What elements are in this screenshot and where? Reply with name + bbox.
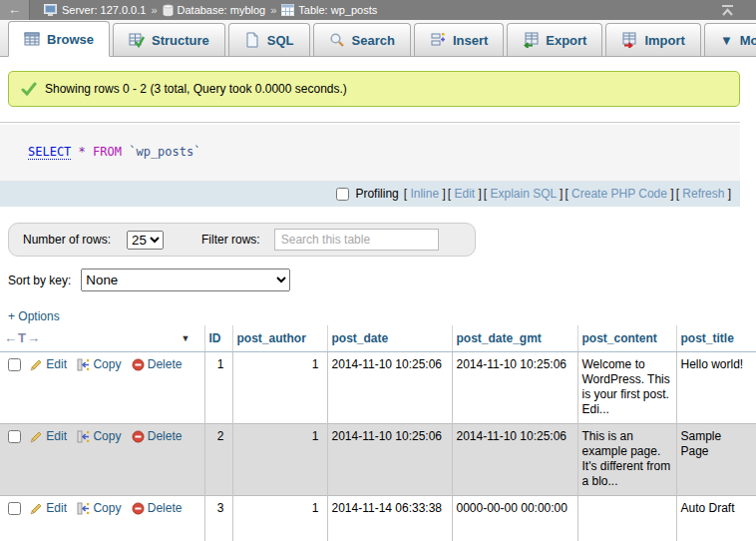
- edit-link[interactable]: Edit: [46, 357, 67, 372]
- filter-rows-input[interactable]: [274, 229, 439, 251]
- divider: [0, 122, 740, 123]
- delete-link[interactable]: Delete: [148, 429, 183, 444]
- edit-action[interactable]: Edit: [30, 357, 67, 372]
- tab-search[interactable]: Search: [313, 23, 411, 56]
- breadcrumb-separator: »: [270, 4, 276, 16]
- breadcrumb-table[interactable]: Table: wp_posts: [281, 4, 377, 16]
- copy-link[interactable]: Copy: [93, 429, 121, 444]
- delete-icon: [132, 358, 145, 371]
- structure-icon: [129, 32, 145, 48]
- tab-structure[interactable]: Structure: [113, 23, 225, 56]
- column-header-post-author[interactable]: post_author: [232, 325, 327, 351]
- pencil-icon: [30, 502, 43, 515]
- profiling-label[interactable]: Profiling: [355, 187, 398, 201]
- cell-post-author: 1: [232, 423, 327, 495]
- tab-import[interactable]: Import: [605, 23, 700, 56]
- row-controls: Number of rows: 25 Filter rows:: [8, 223, 476, 257]
- cell-id: 3: [204, 495, 232, 541]
- cell-post-date-gmt: 2014-11-10 10:25:06: [452, 351, 577, 423]
- tab-sql[interactable]: SQL: [228, 23, 310, 56]
- back-button[interactable]: ←: [0, 0, 30, 20]
- database-icon: [163, 4, 174, 17]
- cell-id: 2: [204, 423, 232, 495]
- tab-browse[interactable]: Browse: [8, 21, 110, 57]
- cell-post-date: 2014-11-10 10:25:06: [327, 423, 452, 495]
- breadcrumb-server[interactable]: Server: 127.0.0.1: [44, 4, 146, 16]
- table-row: Edit Copy Delete 3 1 2014-11-14 06:33:38…: [0, 495, 756, 541]
- row-actions-cell: Edit Copy Delete: [0, 423, 204, 495]
- row-actions-cell: Edit Copy Delete: [0, 351, 204, 423]
- collapse-top-icon[interactable]: [721, 5, 734, 16]
- profiling-link[interactable]: Explain SQL: [484, 187, 564, 201]
- table-icon: [281, 4, 294, 16]
- breadcrumb-bar: ← Server: 127.0.0.1 » Database: myblog »…: [0, 0, 756, 20]
- sort-by-key-select[interactable]: None: [81, 269, 290, 291]
- column-header-post-title[interactable]: post_title: [676, 325, 756, 351]
- profiling-link[interactable]: Refresh: [676, 187, 731, 201]
- number-of-rows-label: Number of rows:: [23, 233, 111, 247]
- profiling-link[interactable]: Edit: [448, 187, 482, 201]
- sql-keyword-select[interactable]: SELECT: [28, 145, 71, 160]
- copy-icon: [77, 430, 90, 443]
- options-toggle-link[interactable]: + Options: [8, 309, 60, 323]
- profiling-link[interactable]: Create PHP Code: [565, 187, 673, 201]
- pencil-icon: [30, 430, 43, 443]
- success-message-text: Showing rows 0 - 2 (3 total, Query took …: [45, 82, 347, 96]
- column-header-post-content[interactable]: post_content: [577, 325, 676, 351]
- profiling-checkbox[interactable]: [336, 188, 349, 201]
- delete-link[interactable]: Delete: [148, 357, 183, 372]
- cell-post-date: 2014-11-10 10:25:06: [327, 351, 452, 423]
- tab-export[interactable]: Export: [507, 23, 602, 56]
- browse-icon: [24, 31, 40, 47]
- copy-action[interactable]: Copy: [77, 429, 121, 444]
- delete-icon: [132, 430, 145, 443]
- table-row: Edit Copy Delete 1 1 2014-11-10 10:25:06…: [0, 351, 756, 423]
- column-header-post-date-gmt[interactable]: post_date_gmt: [452, 325, 577, 351]
- edit-action[interactable]: Edit: [30, 429, 67, 444]
- insert-icon: [430, 32, 446, 48]
- sort-controls: Sort by key: None: [8, 268, 756, 292]
- profiling-links: InlineEditExplain SQLCreate PHP CodeRefr…: [403, 187, 732, 201]
- column-header-post-date[interactable]: post_date: [327, 325, 452, 351]
- tab-more[interactable]: ▼ More: [704, 23, 756, 56]
- copy-action[interactable]: Copy: [77, 501, 121, 516]
- edit-link[interactable]: Edit: [46, 429, 67, 444]
- import-icon: [621, 32, 637, 48]
- table-body: Edit Copy Delete 1 1 2014-11-10 10:25:06…: [0, 351, 756, 541]
- check-icon: [21, 82, 37, 96]
- edit-link[interactable]: Edit: [46, 501, 67, 516]
- tab-bar: Browse Structure SQL Search Insert Expor…: [0, 20, 756, 57]
- server-icon: [44, 4, 58, 16]
- delete-link[interactable]: Delete: [148, 501, 183, 516]
- delete-action[interactable]: Delete: [132, 429, 183, 444]
- sql-query-box: SELECT * FROM `wp_posts`: [0, 125, 740, 181]
- transpose-icon[interactable]: ←T→: [4, 330, 41, 345]
- search-icon: [329, 32, 345, 48]
- column-header-id[interactable]: ID: [204, 325, 232, 351]
- cell-post-date: 2014-11-14 06:33:38: [327, 495, 452, 541]
- edit-action[interactable]: Edit: [30, 501, 67, 516]
- sql-keyword-from: FROM: [93, 145, 122, 159]
- row-checkbox[interactable]: [8, 502, 21, 515]
- row-checkbox[interactable]: [8, 430, 21, 443]
- cell-post-title: Hello world!: [676, 351, 756, 423]
- copy-action[interactable]: Copy: [77, 357, 121, 372]
- profiling-link[interactable]: Inline: [404, 187, 446, 201]
- copy-icon: [77, 502, 90, 515]
- tab-insert[interactable]: Insert: [414, 23, 504, 56]
- cell-id: 1: [204, 351, 232, 423]
- sql-icon: [244, 32, 260, 48]
- breadcrumb-separator: »: [151, 4, 157, 16]
- cell-post-date-gmt: 0000-00-00 00:00:00: [452, 495, 577, 541]
- sort-by-key-label: Sort by key:: [8, 273, 71, 287]
- delete-action[interactable]: Delete: [132, 501, 183, 516]
- sort-dropdown-icon[interactable]: ▼: [182, 333, 190, 343]
- row-checkbox[interactable]: [8, 358, 21, 371]
- copy-link[interactable]: Copy: [93, 357, 121, 372]
- delete-action[interactable]: Delete: [132, 357, 183, 372]
- breadcrumb-database[interactable]: Database: myblog: [163, 4, 266, 17]
- number-of-rows-select[interactable]: 25: [127, 231, 164, 250]
- cell-post-content: [577, 495, 676, 541]
- table-row: Edit Copy Delete 2 1 2014-11-10 10:25:06…: [0, 423, 756, 495]
- copy-link[interactable]: Copy: [93, 501, 121, 516]
